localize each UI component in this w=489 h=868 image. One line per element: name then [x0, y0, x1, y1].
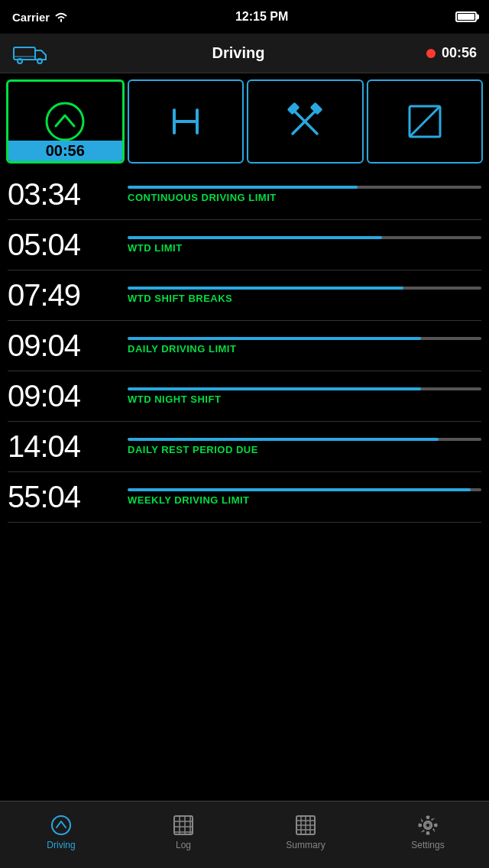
tab-work[interactable]: [247, 79, 364, 164]
work-icon: [282, 99, 328, 144]
tab-driving-time: 00:56: [8, 141, 122, 161]
limit-info: CONTINUOUS DRIVING LIMIT: [128, 186, 481, 203]
nav-summary-icon: [294, 814, 317, 837]
limit-row: 07:49WTD SHIFT BREAKS: [8, 270, 481, 321]
limit-row: 05:04WTD LIMIT: [8, 220, 481, 270]
limit-label: DAILY REST PERIOD DUE: [128, 444, 481, 455]
limit-bar-fill: [128, 287, 403, 290]
limit-bar-fill: [128, 488, 471, 491]
nav-log-label: Log: [176, 840, 191, 850]
limit-bar-track: [128, 287, 481, 290]
header-title: Driving: [212, 44, 265, 62]
limit-bar-fill: [128, 186, 358, 189]
limit-time: 14:04: [8, 429, 118, 464]
status-bar: Carrier 12:15 PM: [0, 0, 489, 34]
limit-row: 09:04DAILY DRIVING LIMIT: [8, 321, 481, 371]
carrier-label: Carrier: [12, 11, 50, 24]
limit-bar-track: [128, 488, 481, 491]
nav-log[interactable]: Log: [122, 814, 244, 857]
nav-summary-label: Summary: [286, 840, 325, 850]
tab-rest[interactable]: [128, 79, 244, 164]
header: Driving 00:56: [0, 34, 489, 73]
svg-point-1: [18, 59, 22, 63]
bottom-nav: Driving Log Summary: [0, 801, 489, 868]
wifi-icon: [54, 11, 68, 22]
mode-tabs: 00:56: [0, 73, 489, 170]
limit-bar-track: [128, 337, 481, 340]
limit-info: WEEKLY DRIVING LIMIT: [128, 488, 481, 506]
limit-row: 14:04DAILY REST PERIOD DUE: [8, 422, 481, 472]
nav-log-icon: [172, 814, 195, 837]
limit-label: WEEKLY DRIVING LIMIT: [128, 494, 481, 506]
limit-bar-track: [128, 236, 481, 239]
limit-label: WTD LIMIT: [128, 242, 481, 254]
limit-label: DAILY DRIVING LIMIT: [128, 343, 481, 355]
nav-settings[interactable]: Settings: [367, 814, 489, 857]
svg-point-14: [52, 816, 70, 834]
limit-time: 09:04: [8, 329, 118, 363]
limit-bar-track: [128, 186, 481, 189]
driving-icon: [42, 99, 88, 144]
limit-info: WTD LIMIT: [128, 236, 481, 254]
nav-settings-icon: [416, 814, 439, 837]
limit-info: DAILY DRIVING LIMIT: [128, 337, 481, 355]
status-left: Carrier: [12, 11, 68, 24]
header-time: 00:56: [442, 45, 477, 61]
limits-container: 03:34CONTINUOUS DRIVING LIMIT05:04WTD LI…: [0, 170, 489, 523]
limit-bar-fill: [128, 438, 439, 441]
limit-row: 09:04WTD NIGHT SHIFT: [8, 371, 481, 422]
limit-info: DAILY REST PERIOD DUE: [128, 438, 481, 455]
limit-row: 03:34CONTINUOUS DRIVING LIMIT: [8, 170, 481, 220]
limit-bar-fill: [128, 337, 421, 340]
svg-line-13: [410, 106, 440, 137]
nav-driving[interactable]: Driving: [0, 814, 122, 857]
limit-row: 55:04WEEKLY DRIVING LIMIT: [8, 472, 481, 523]
svg-rect-0: [14, 47, 35, 60]
limit-bar-track: [128, 387, 481, 390]
svg-point-4: [47, 103, 83, 140]
status-time: 12:15 PM: [235, 10, 288, 24]
svg-point-34: [426, 823, 430, 828]
available-icon: [402, 99, 448, 144]
nav-settings-label: Settings: [411, 840, 444, 850]
truck-icon: [12, 41, 50, 66]
limit-time: 07:49: [8, 278, 118, 313]
limit-bar-track: [128, 438, 481, 441]
rest-icon: [163, 99, 209, 144]
tab-available[interactable]: [367, 79, 484, 164]
limit-time: 03:34: [8, 177, 118, 212]
record-indicator: [426, 49, 436, 58]
limit-label: CONTINUOUS DRIVING LIMIT: [128, 192, 481, 203]
nav-driving-icon: [50, 814, 73, 837]
tab-driving[interactable]: 00:56: [6, 79, 125, 164]
nav-driving-label: Driving: [47, 840, 75, 850]
limit-time: 09:04: [8, 379, 118, 413]
limit-time: 05:04: [8, 228, 118, 262]
battery-icon: [455, 11, 477, 22]
header-timer: 00:56: [426, 45, 477, 61]
limit-info: WTD NIGHT SHIFT: [128, 387, 481, 405]
limit-label: WTD SHIFT BREAKS: [128, 293, 481, 304]
status-right: [455, 11, 477, 22]
nav-summary[interactable]: Summary: [244, 814, 367, 857]
limit-bar-fill: [128, 236, 382, 239]
svg-point-2: [37, 59, 42, 63]
limit-time: 55:04: [8, 480, 118, 514]
limit-bar-fill: [128, 387, 421, 390]
limit-label: WTD NIGHT SHIFT: [128, 394, 481, 405]
limit-info: WTD SHIFT BREAKS: [128, 287, 481, 304]
